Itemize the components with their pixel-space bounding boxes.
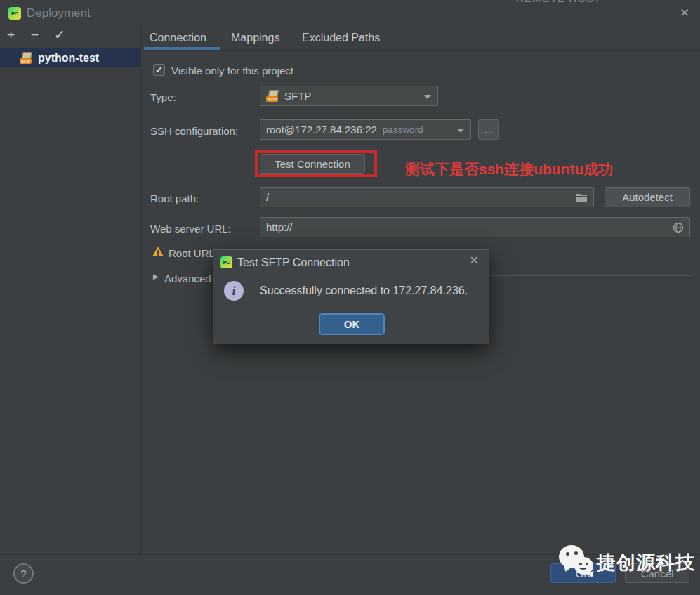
dialog-ok-button[interactable]: OK: [319, 313, 385, 335]
watermark-text: 捷创源科技: [597, 550, 695, 575]
pycharm-logo-icon: PC: [220, 256, 232, 268]
info-icon: i: [224, 281, 244, 301]
type-label: Type:: [150, 91, 176, 103]
pc-badge-text: PC: [223, 260, 230, 265]
pycharm-logo-icon: PC: [8, 7, 21, 20]
warning-icon: [152, 246, 164, 257]
remove-server-icon[interactable]: −: [31, 28, 39, 41]
background-clipped-text: REMOTE HOST: [516, 0, 601, 4]
watermark: 捷创源科技: [556, 542, 696, 582]
tab-connection[interactable]: Connection: [150, 32, 206, 44]
sftp-type-icon: SFTP: [266, 90, 280, 102]
sidebar-item-label: python-test: [38, 52, 99, 65]
web-server-url-value: http://: [266, 221, 293, 233]
ssh-config-label: SSH configuration:: [150, 125, 238, 137]
tab-excluded-paths[interactable]: Excluded Paths: [302, 32, 380, 44]
help-button[interactable]: ?: [13, 563, 34, 584]
sftp-badge-text: SFTP: [20, 58, 32, 64]
chevron-down-icon: [424, 95, 431, 99]
tab-separator: [141, 50, 700, 51]
type-dropdown[interactable]: SFTP SFTP: [260, 86, 438, 106]
close-icon[interactable]: ✕: [676, 4, 693, 21]
globe-icon: [673, 222, 684, 233]
sidebar-item-python-test[interactable]: SFTP python-test: [0, 48, 140, 67]
web-server-url-input[interactable]: http://: [260, 217, 690, 237]
deployment-window: REMOTE HOST PC Deployment ✕ + − ✓ SFTP p…: [0, 0, 700, 595]
pc-badge-text: PC: [11, 11, 18, 16]
dialog-close-icon[interactable]: ✕: [470, 254, 479, 267]
web-server-url-label: Web server URL:: [150, 223, 231, 235]
advanced-section-label[interactable]: Advanced: [164, 273, 211, 285]
advanced-caret-icon[interactable]: ▶: [153, 273, 159, 280]
annotation-highlight-box: [255, 150, 377, 177]
type-value: SFTP: [284, 90, 311, 102]
dialog-title: Test SFTP Connection: [237, 256, 350, 269]
autodetect-button[interactable]: Autodetect: [605, 187, 690, 207]
tab-mappings[interactable]: Mappings: [231, 32, 279, 44]
dialog-message: Successfully connected to 172.27.84.236.: [260, 285, 468, 297]
set-default-check-icon[interactable]: ✓: [54, 28, 65, 41]
add-server-icon[interactable]: +: [7, 28, 15, 41]
visible-only-label: Visible only for this project: [171, 65, 293, 77]
ssh-auth-hint: password: [383, 124, 423, 135]
ssh-config-dropdown[interactable]: root@172.27.84.236:22 password: [260, 119, 471, 140]
test-sftp-connection-dialog: PC Test SFTP Connection ✕ i Successfully…: [213, 249, 489, 344]
ssh-browse-button[interactable]: ...: [478, 119, 499, 140]
sftp-server-icon: SFTP: [20, 52, 34, 64]
window-title: Deployment: [27, 6, 91, 20]
sftp-badge-text: SFTP: [266, 96, 278, 102]
annotation-text: 测试下是否ssh连接ubuntu成功: [405, 159, 613, 179]
folder-browse-icon[interactable]: [576, 192, 588, 202]
root-path-label: Root path:: [150, 192, 199, 204]
ssh-config-value: root@172.27.84.236:22: [266, 124, 377, 136]
chevron-down-icon: [457, 129, 464, 133]
sidebar-divider: [140, 25, 141, 554]
visible-only-checkbox[interactable]: ✔: [153, 64, 165, 76]
root-path-value: /: [266, 191, 269, 203]
root-path-input[interactable]: /: [260, 187, 594, 207]
